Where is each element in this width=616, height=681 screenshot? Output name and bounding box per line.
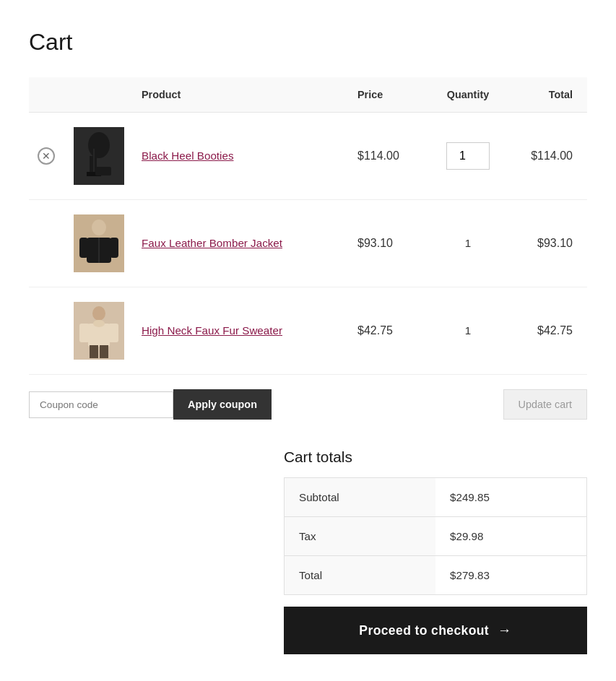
cart-totals-wrapper: Cart totals Subtotal $249.85 Tax $29.98 … (29, 448, 587, 654)
coupon-left: Apply coupon (29, 389, 272, 420)
product-thumbnail-sweater (74, 302, 124, 360)
total-label: Total (285, 556, 436, 595)
product-name-cell-3: High Neck Faux Fur Sweater (133, 287, 349, 375)
remove-cell: ✕ (29, 113, 65, 200)
table-row: ✕ Black Heel Booties (29, 113, 587, 200)
svg-rect-17 (90, 345, 98, 358)
subtotal-row: Subtotal $249.85 (285, 478, 587, 517)
product-total-cell-3: $42.75 (508, 287, 587, 375)
subtotal-value: $249.85 (435, 478, 587, 517)
coupon-input[interactable] (29, 391, 173, 418)
svg-point-19 (93, 320, 105, 327)
product-name-cell: Black Heel Booties (133, 113, 349, 200)
subtotal-label: Subtotal (285, 478, 436, 517)
product-qty-cell (428, 113, 508, 200)
remove-cell-2 (29, 200, 65, 287)
svg-point-13 (92, 306, 105, 321)
cart-table: Product Price Quantity Total ✕ (29, 77, 587, 375)
tax-label: Tax (285, 517, 436, 556)
product-qty-cell-2: 1 (428, 200, 508, 287)
remove-button[interactable]: ✕ (38, 147, 55, 165)
svg-rect-15 (79, 324, 90, 342)
svg-rect-18 (100, 345, 108, 358)
product-price-cell-2: $93.10 (349, 200, 428, 287)
svg-rect-10 (110, 238, 118, 258)
col-header-image (65, 77, 133, 113)
checkout-label: Proceed to checkout (359, 623, 489, 638)
table-row: High Neck Faux Fur Sweater $42.75 1 $42.… (29, 287, 587, 375)
product-image-jacket (74, 214, 124, 272)
svg-rect-9 (79, 238, 88, 258)
cart-totals-title: Cart totals (284, 448, 587, 466)
product-image-cell-2 (65, 200, 133, 287)
remove-cell-3 (29, 287, 65, 375)
product-image-sweater (74, 302, 124, 360)
quantity-display-jacket: 1 (465, 237, 471, 249)
col-header-price: Price (349, 77, 428, 113)
product-name-cell-2: Faux Leather Bomber Jacket (133, 200, 349, 287)
tax-row: Tax $29.98 (285, 517, 587, 556)
product-total-cell: $114.00 (508, 113, 587, 200)
product-price-cell-3: $42.75 (349, 287, 428, 375)
product-image-booties (74, 127, 124, 185)
product-thumbnail-jacket (74, 214, 124, 272)
coupon-row: Apply coupon Update cart (29, 389, 587, 420)
product-image-cell (65, 113, 133, 200)
totals-table: Subtotal $249.85 Tax $29.98 Total $279.8… (284, 477, 587, 595)
page-title: Cart (29, 29, 587, 56)
svg-rect-16 (108, 324, 118, 342)
checkout-button[interactable]: Proceed to checkout → (284, 607, 587, 654)
total-value: $279.83 (435, 556, 587, 595)
svg-point-1 (88, 132, 110, 158)
svg-point-7 (92, 220, 106, 235)
total-row: Total $279.83 (285, 556, 587, 595)
col-header-total: Total (508, 77, 587, 113)
checkout-arrow-icon: → (498, 623, 512, 638)
product-image-cell-3 (65, 287, 133, 375)
col-header-product: Product (133, 77, 349, 113)
tax-value: $29.98 (435, 517, 587, 556)
col-header-remove (29, 77, 65, 113)
product-qty-cell-3: 1 (428, 287, 508, 375)
apply-coupon-button[interactable]: Apply coupon (173, 389, 272, 420)
quantity-display-sweater: 1 (465, 324, 471, 337)
svg-rect-4 (95, 167, 111, 175)
product-link-sweater[interactable]: High Neck Faux Fur Sweater (142, 324, 282, 337)
quantity-input-booties[interactable] (446, 142, 490, 170)
product-link-jacket[interactable]: Faux Leather Bomber Jacket (142, 237, 282, 249)
table-header-row: Product Price Quantity Total (29, 77, 587, 113)
update-cart-button[interactable]: Update cart (503, 389, 587, 420)
col-header-quantity: Quantity (428, 77, 508, 113)
product-total-cell-2: $93.10 (508, 200, 587, 287)
product-thumbnail (74, 127, 124, 185)
product-price-cell: $114.00 (349, 113, 428, 200)
table-row: Faux Leather Bomber Jacket $93.10 1 $93.… (29, 200, 587, 287)
cart-totals: Cart totals Subtotal $249.85 Tax $29.98 … (284, 448, 587, 654)
product-link-booties[interactable]: Black Heel Booties (142, 149, 233, 162)
